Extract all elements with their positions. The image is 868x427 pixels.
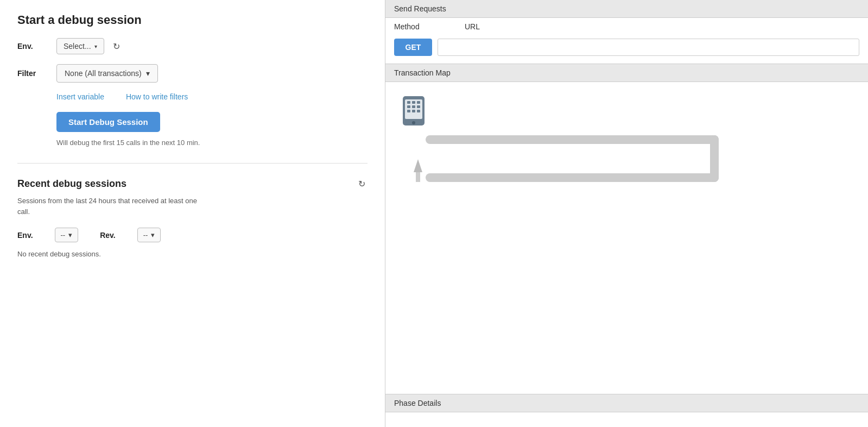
- url-column-header: URL: [465, 22, 480, 34]
- env-row: Env. Select... ▾ ↻: [17, 38, 368, 54]
- phone-svg: [402, 95, 426, 127]
- recent-env-select-label: --: [61, 231, 66, 239]
- recent-rev-label: Rev.: [100, 231, 116, 240]
- recent-header: Recent debug sessions ↻: [17, 177, 368, 191]
- svg-rect-6: [412, 105, 415, 108]
- svg-rect-2: [407, 101, 410, 104]
- recent-env-label: Env.: [17, 231, 33, 240]
- filter-select-button[interactable]: None (All transactions) ▾: [56, 64, 158, 83]
- phone-icon-container: [402, 95, 426, 127]
- env-refresh-button[interactable]: ↻: [111, 39, 122, 54]
- start-debug-section: Start a debug session Env. Select... ▾ ↻…: [17, 13, 368, 147]
- no-sessions-text: No recent debug sessions.: [17, 250, 368, 258]
- how-to-write-filters-link[interactable]: How to write filters: [126, 92, 188, 101]
- recent-debug-section: Recent debug sessions ↻ Sessions from th…: [17, 177, 368, 258]
- transaction-map-section: Transaction Map: [385, 64, 868, 394]
- transaction-map-content: [385, 82, 868, 394]
- svg-rect-3: [412, 101, 415, 104]
- svg-marker-15: [414, 159, 422, 172]
- svg-rect-16: [416, 172, 420, 182]
- svg-rect-13: [426, 173, 719, 182]
- svg-rect-8: [407, 110, 410, 112]
- filter-row: Filter None (All transactions) ▾: [17, 64, 368, 83]
- url-input[interactable]: [438, 39, 859, 56]
- recent-rev-select-label: --: [143, 231, 148, 239]
- phone-icon: [402, 95, 426, 127]
- method-column-header: Method: [394, 22, 459, 34]
- recent-rev-caret-icon: ▾: [151, 231, 155, 239]
- method-url-row: GET: [385, 35, 868, 64]
- phase-details-section: Phase Details: [385, 394, 868, 427]
- svg-rect-14: [710, 135, 719, 182]
- filter-select-label: None (All transactions): [65, 69, 142, 78]
- refresh-icon: ↻: [113, 42, 120, 51]
- start-debug-button[interactable]: Start Debug Session: [56, 112, 160, 132]
- arrow-container: [402, 125, 727, 191]
- recent-refresh-icon: ↻: [358, 179, 365, 189]
- right-panel: Send Requests Method URL GET Transaction…: [385, 0, 868, 427]
- svg-rect-10: [417, 110, 420, 112]
- svg-rect-12: [426, 135, 719, 144]
- transaction-arrow-svg: [402, 125, 727, 191]
- recent-env-caret-icon: ▾: [68, 231, 72, 239]
- recent-env-select-button[interactable]: -- ▾: [55, 228, 79, 242]
- env-caret-icon: ▾: [94, 43, 97, 49]
- recent-description: Sessions from the last 24 hours that rec…: [17, 196, 368, 217]
- left-panel: Start a debug session Env. Select... ▾ ↻…: [0, 0, 385, 427]
- recent-rev-select-button[interactable]: -- ▾: [137, 228, 161, 242]
- env-select-button[interactable]: Select... ▾: [56, 38, 104, 54]
- svg-rect-5: [407, 105, 410, 108]
- column-headers-row: Method URL: [385, 18, 868, 35]
- filter-label: Filter: [17, 69, 50, 78]
- start-debug-title: Start a debug session: [17, 13, 368, 27]
- debug-hint: Will debug the first 15 calls in the nex…: [56, 139, 368, 147]
- transaction-map-header: Transaction Map: [385, 64, 868, 82]
- env-label: Env.: [17, 42, 50, 51]
- send-requests-section: Send Requests Method URL GET: [385, 0, 868, 64]
- phase-details-header: Phase Details: [385, 394, 868, 412]
- section-divider: [17, 163, 368, 164]
- insert-variable-link[interactable]: Insert variable: [56, 92, 104, 101]
- svg-rect-4: [417, 101, 420, 104]
- recent-filter-row: Env. -- ▾ Rev. -- ▾: [17, 228, 368, 242]
- get-button[interactable]: GET: [394, 39, 432, 56]
- recent-debug-title: Recent debug sessions: [17, 178, 126, 190]
- filter-caret-icon: ▾: [146, 69, 150, 78]
- recent-refresh-button[interactable]: ↻: [356, 177, 368, 191]
- svg-rect-7: [417, 105, 420, 108]
- svg-point-11: [412, 121, 415, 124]
- env-select-label: Select...: [64, 42, 91, 51]
- send-requests-header: Send Requests: [385, 0, 868, 18]
- links-row: Insert variable How to write filters: [56, 92, 368, 101]
- svg-rect-9: [412, 110, 415, 112]
